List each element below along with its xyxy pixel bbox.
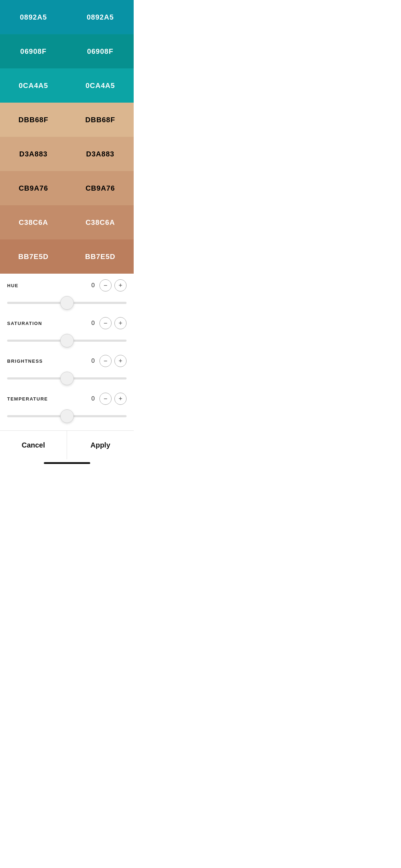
swatch-cell-left: DBB68F <box>0 103 67 137</box>
brightness-plus-button[interactable]: + <box>114 355 127 367</box>
brightness-slider-thumb[interactable] <box>60 372 74 385</box>
swatch-label: BB7E5D <box>85 253 115 261</box>
control-value-brightness: 0 <box>89 357 97 365</box>
temperature-minus-button[interactable]: − <box>99 393 112 405</box>
home-bar <box>44 462 90 464</box>
swatch-label: 0892A5 <box>20 13 47 21</box>
swatch-label: BB7E5D <box>18 253 48 261</box>
hue-slider-track <box>7 302 127 304</box>
control-value-saturation: 0 <box>89 320 97 327</box>
temperature-slider[interactable] <box>7 409 127 423</box>
hue-plus-button[interactable]: + <box>114 279 127 291</box>
swatch-row[interactable]: BB7E5DBB7E5D <box>0 239 134 274</box>
swatch-label: CB9A76 <box>86 184 115 192</box>
swatch-cell-right: 06908F <box>67 34 134 68</box>
brightness-minus-button[interactable]: − <box>99 355 112 367</box>
hue-slider[interactable] <box>7 296 127 310</box>
control-row-brightness: BRIGHTNESS0−+ <box>7 355 127 386</box>
swatch-cell-right: DBB68F <box>67 103 134 137</box>
saturation-slider-track <box>7 340 127 342</box>
swatch-cell-right: D3A883 <box>67 137 134 171</box>
control-row-hue: HUE0−+ <box>7 279 127 310</box>
control-right-hue: 0−+ <box>89 279 127 291</box>
swatch-cell-right: 0892A5 <box>67 0 134 34</box>
swatch-row[interactable]: 0CA4A50CA4A5 <box>0 68 134 103</box>
swatch-row[interactable]: 06908F06908F <box>0 34 134 68</box>
swatch-cell-right: C38C6A <box>67 205 134 239</box>
temperature-slider-thumb[interactable] <box>60 409 74 423</box>
swatch-label: 06908F <box>20 47 47 56</box>
bottom-action-bar: Cancel Apply <box>0 430 134 459</box>
control-value-hue: 0 <box>89 282 97 289</box>
swatch-label: CB9A76 <box>19 184 48 192</box>
swatch-cell-right: CB9A76 <box>67 171 134 205</box>
saturation-slider[interactable] <box>7 334 127 348</box>
control-header-saturation: SATURATION0−+ <box>7 317 127 329</box>
swatch-cell-left: 0892A5 <box>0 0 67 34</box>
saturation-plus-button[interactable]: + <box>114 317 127 329</box>
swatch-label: D3A883 <box>86 150 114 158</box>
swatch-row[interactable]: 0892A50892A5 <box>0 0 134 34</box>
swatch-cell-left: C38C6A <box>0 205 67 239</box>
swatch-row[interactable]: DBB68FDBB68F <box>0 103 134 137</box>
swatch-label: 06908F <box>87 47 113 56</box>
swatch-label: C38C6A <box>86 218 115 227</box>
control-row-temperature: TEMPERATURE0−+ <box>7 393 127 423</box>
swatch-label: 0CA4A5 <box>19 82 48 90</box>
control-label-temperature: TEMPERATURE <box>7 396 48 402</box>
swatch-label: C38C6A <box>19 218 48 227</box>
brightness-slider-track <box>7 377 127 379</box>
swatch-cell-left: BB7E5D <box>0 239 67 274</box>
swatch-cell-left: D3A883 <box>0 137 67 171</box>
control-label-brightness: BRIGHTNESS <box>7 358 43 364</box>
swatch-row[interactable]: C38C6AC38C6A <box>0 205 134 239</box>
home-indicator <box>0 459 134 466</box>
control-right-brightness: 0−+ <box>89 355 127 367</box>
swatch-cell-left: 06908F <box>0 34 67 68</box>
swatch-label: 0892A5 <box>87 13 114 21</box>
control-header-brightness: BRIGHTNESS0−+ <box>7 355 127 367</box>
swatch-label: D3A883 <box>19 150 47 158</box>
brightness-slider[interactable] <box>7 371 127 386</box>
swatch-cell-right: 0CA4A5 <box>67 68 134 103</box>
swatch-cell-right: BB7E5D <box>67 239 134 274</box>
temperature-slider-track <box>7 415 127 417</box>
control-label-saturation: SATURATION <box>7 321 42 326</box>
saturation-slider-thumb[interactable] <box>60 334 74 347</box>
hue-minus-button[interactable]: − <box>99 279 112 291</box>
swatch-row[interactable]: CB9A76CB9A76 <box>0 171 134 205</box>
swatch-label: 0CA4A5 <box>86 82 115 90</box>
control-header-temperature: TEMPERATURE0−+ <box>7 393 127 405</box>
swatch-label: DBB68F <box>85 116 115 124</box>
swatch-cell-left: CB9A76 <box>0 171 67 205</box>
swatch-cell-left: 0CA4A5 <box>0 68 67 103</box>
cancel-button[interactable]: Cancel <box>0 431 67 459</box>
control-row-saturation: SATURATION0−+ <box>7 317 127 348</box>
swatch-row[interactable]: D3A883D3A883 <box>0 137 134 171</box>
control-right-saturation: 0−+ <box>89 317 127 329</box>
hue-slider-thumb[interactable] <box>60 296 74 310</box>
controls-section: HUE0−+SATURATION0−+BRIGHTNESS0−+TEMPERAT… <box>0 274 134 423</box>
control-label-hue: HUE <box>7 283 19 288</box>
saturation-minus-button[interactable]: − <box>99 317 112 329</box>
swatch-label: DBB68F <box>19 116 48 124</box>
control-header-hue: HUE0−+ <box>7 279 127 291</box>
control-right-temperature: 0−+ <box>89 393 127 405</box>
color-swatches-grid: 0892A50892A506908F06908F0CA4A50CA4A5DBB6… <box>0 0 134 274</box>
temperature-plus-button[interactable]: + <box>114 393 127 405</box>
apply-button[interactable]: Apply <box>67 431 134 459</box>
control-value-temperature: 0 <box>89 395 97 402</box>
